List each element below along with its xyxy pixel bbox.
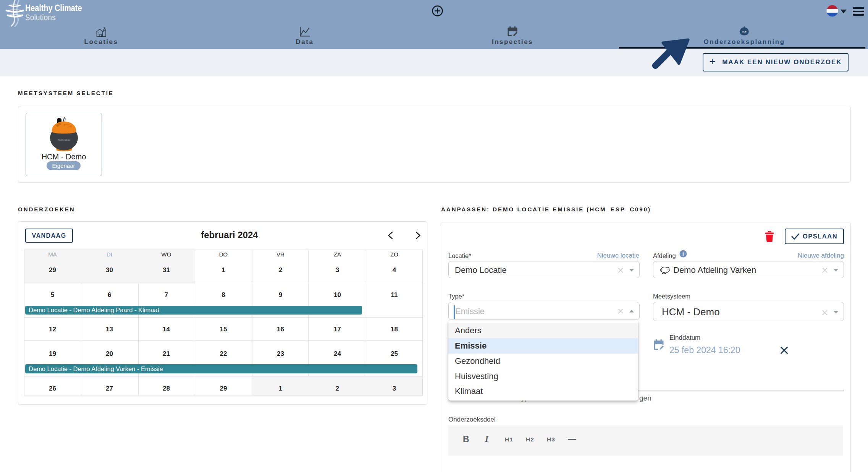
svg-text:HCM: HCM bbox=[742, 31, 747, 33]
svg-text:Healthy Climate: Healthy Climate bbox=[58, 139, 71, 141]
